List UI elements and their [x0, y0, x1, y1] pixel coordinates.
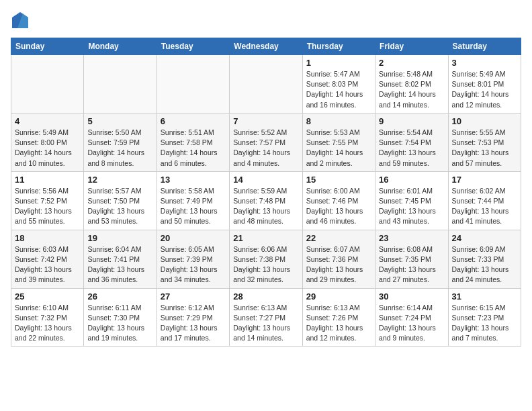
day-info: Sunrise: 6:08 AM Sunset: 7:35 PM Dayligh… — [379, 244, 444, 285]
day-of-week-header: Sunday — [11, 38, 84, 55]
day-number: 24 — [452, 233, 517, 243]
day-info: Sunrise: 6:04 AM Sunset: 7:41 PM Dayligh… — [87, 244, 152, 285]
calendar-day-cell: 2Sunrise: 5:48 AM Sunset: 8:02 PM Daylig… — [375, 55, 448, 113]
calendar-week-row: 1Sunrise: 5:47 AM Sunset: 8:03 PM Daylig… — [11, 55, 521, 113]
day-info: Sunrise: 6:15 AM Sunset: 7:23 PM Dayligh… — [452, 303, 517, 344]
calendar-day-cell — [157, 55, 229, 113]
day-number: 7 — [233, 116, 298, 126]
day-number: 11 — [15, 175, 80, 185]
day-number: 30 — [379, 291, 444, 302]
day-info: Sunrise: 6:09 AM Sunset: 7:33 PM Dayligh… — [452, 244, 517, 285]
day-info: Sunrise: 5:56 AM Sunset: 7:52 PM Dayligh… — [15, 186, 80, 227]
day-info: Sunrise: 6:03 AM Sunset: 7:42 PM Dayligh… — [15, 244, 80, 285]
day-number: 28 — [233, 291, 298, 302]
day-number: 8 — [306, 116, 371, 126]
day-number: 2 — [379, 58, 444, 68]
day-number: 18 — [15, 233, 80, 243]
calendar-week-row: 4Sunrise: 5:49 AM Sunset: 8:00 PM Daylig… — [11, 113, 521, 171]
day-of-week-header: Saturday — [448, 38, 521, 55]
day-info: Sunrise: 5:54 AM Sunset: 7:54 PM Dayligh… — [379, 128, 444, 169]
day-number: 26 — [87, 291, 152, 302]
day-info: Sunrise: 5:59 AM Sunset: 7:48 PM Dayligh… — [233, 186, 298, 227]
day-info: Sunrise: 5:49 AM Sunset: 8:00 PM Dayligh… — [15, 128, 80, 169]
day-info: Sunrise: 5:52 AM Sunset: 7:57 PM Dayligh… — [233, 128, 298, 169]
calendar-week-row: 18Sunrise: 6:03 AM Sunset: 7:42 PM Dayli… — [11, 230, 521, 288]
calendar-day-cell: 1Sunrise: 5:47 AM Sunset: 8:03 PM Daylig… — [302, 55, 375, 113]
day-number: 5 — [87, 116, 152, 126]
calendar-day-cell: 18Sunrise: 6:03 AM Sunset: 7:42 PM Dayli… — [11, 230, 84, 288]
day-info: Sunrise: 6:13 AM Sunset: 7:26 PM Dayligh… — [306, 303, 371, 344]
day-number: 29 — [306, 291, 371, 302]
calendar-day-cell: 25Sunrise: 6:10 AM Sunset: 7:32 PM Dayli… — [11, 288, 84, 347]
calendar-header-row: SundayMondayTuesdayWednesdayThursdayFrid… — [11, 38, 521, 55]
day-info: Sunrise: 5:47 AM Sunset: 8:03 PM Dayligh… — [306, 69, 371, 110]
calendar-day-cell: 10Sunrise: 5:55 AM Sunset: 7:53 PM Dayli… — [448, 113, 521, 171]
day-of-week-header: Friday — [375, 38, 448, 55]
day-number: 10 — [452, 116, 517, 126]
day-number: 19 — [87, 233, 152, 243]
day-of-week-header: Wednesday — [230, 38, 302, 55]
day-number: 13 — [161, 175, 226, 185]
day-info: Sunrise: 6:13 AM Sunset: 7:27 PM Dayligh… — [233, 303, 298, 344]
day-info: Sunrise: 6:02 AM Sunset: 7:44 PM Dayligh… — [452, 186, 517, 227]
calendar-day-cell: 5Sunrise: 5:50 AM Sunset: 7:59 PM Daylig… — [84, 113, 157, 171]
day-number: 14 — [233, 175, 298, 185]
calendar-day-cell: 31Sunrise: 6:15 AM Sunset: 7:23 PM Dayli… — [448, 288, 521, 347]
day-number: 22 — [306, 233, 371, 243]
day-number: 12 — [87, 175, 152, 185]
calendar-day-cell: 12Sunrise: 5:57 AM Sunset: 7:50 PM Dayli… — [84, 171, 157, 230]
calendar-day-cell: 21Sunrise: 6:06 AM Sunset: 7:38 PM Dayli… — [230, 230, 302, 288]
day-number: 17 — [452, 175, 517, 185]
calendar-day-cell: 4Sunrise: 5:49 AM Sunset: 8:00 PM Daylig… — [11, 113, 84, 171]
day-info: Sunrise: 5:57 AM Sunset: 7:50 PM Dayligh… — [87, 186, 152, 227]
calendar-day-cell: 29Sunrise: 6:13 AM Sunset: 7:26 PM Dayli… — [302, 288, 375, 347]
day-info: Sunrise: 5:55 AM Sunset: 7:53 PM Dayligh… — [452, 128, 517, 169]
day-number: 6 — [161, 116, 226, 126]
day-number: 21 — [233, 233, 298, 243]
day-number: 9 — [379, 116, 444, 126]
calendar-day-cell: 11Sunrise: 5:56 AM Sunset: 7:52 PM Dayli… — [11, 171, 84, 230]
calendar-day-cell: 26Sunrise: 6:11 AM Sunset: 7:30 PM Dayli… — [84, 288, 157, 347]
calendar-day-cell: 23Sunrise: 6:08 AM Sunset: 7:35 PM Dayli… — [375, 230, 448, 288]
day-number: 23 — [379, 233, 444, 243]
day-info: Sunrise: 6:05 AM Sunset: 7:39 PM Dayligh… — [161, 244, 226, 285]
calendar-day-cell: 22Sunrise: 6:07 AM Sunset: 7:36 PM Dayli… — [302, 230, 375, 288]
day-number: 15 — [306, 175, 371, 185]
day-info: Sunrise: 5:48 AM Sunset: 8:02 PM Dayligh… — [379, 69, 444, 110]
day-of-week-header: Tuesday — [157, 38, 229, 55]
day-of-week-header: Thursday — [302, 38, 375, 55]
calendar-week-row: 25Sunrise: 6:10 AM Sunset: 7:32 PM Dayli… — [11, 288, 521, 347]
calendar-day-cell: 28Sunrise: 6:13 AM Sunset: 7:27 PM Dayli… — [230, 288, 302, 347]
logo — [11, 11, 32, 30]
day-info: Sunrise: 6:14 AM Sunset: 7:24 PM Dayligh… — [379, 303, 444, 344]
day-number: 16 — [379, 175, 444, 185]
calendar-day-cell: 9Sunrise: 5:54 AM Sunset: 7:54 PM Daylig… — [375, 113, 448, 171]
calendar-day-cell: 15Sunrise: 6:00 AM Sunset: 7:46 PM Dayli… — [302, 171, 375, 230]
calendar-week-row: 11Sunrise: 5:56 AM Sunset: 7:52 PM Dayli… — [11, 171, 521, 230]
calendar-day-cell: 27Sunrise: 6:12 AM Sunset: 7:29 PM Dayli… — [157, 288, 229, 347]
day-number: 1 — [306, 58, 371, 68]
day-info: Sunrise: 6:07 AM Sunset: 7:36 PM Dayligh… — [306, 244, 371, 285]
calendar-day-cell: 24Sunrise: 6:09 AM Sunset: 7:33 PM Dayli… — [448, 230, 521, 288]
calendar-day-cell: 14Sunrise: 5:59 AM Sunset: 7:48 PM Dayli… — [230, 171, 302, 230]
day-info: Sunrise: 6:11 AM Sunset: 7:30 PM Dayligh… — [87, 303, 152, 344]
calendar-day-cell: 30Sunrise: 6:14 AM Sunset: 7:24 PM Dayli… — [375, 288, 448, 347]
day-info: Sunrise: 6:00 AM Sunset: 7:46 PM Dayligh… — [306, 186, 371, 227]
day-number: 3 — [452, 58, 517, 68]
day-info: Sunrise: 5:51 AM Sunset: 7:58 PM Dayligh… — [161, 128, 226, 169]
calendar-day-cell — [11, 55, 84, 113]
calendar-day-cell — [84, 55, 157, 113]
day-number: 31 — [452, 291, 517, 302]
page-header — [11, 11, 521, 30]
calendar-day-cell: 19Sunrise: 6:04 AM Sunset: 7:41 PM Dayli… — [84, 230, 157, 288]
day-info: Sunrise: 6:01 AM Sunset: 7:45 PM Dayligh… — [379, 186, 444, 227]
day-info: Sunrise: 5:50 AM Sunset: 7:59 PM Dayligh… — [87, 128, 152, 169]
calendar-table: SundayMondayTuesdayWednesdayThursdayFrid… — [11, 38, 521, 347]
day-info: Sunrise: 5:58 AM Sunset: 7:49 PM Dayligh… — [161, 186, 226, 227]
calendar-day-cell: 6Sunrise: 5:51 AM Sunset: 7:58 PM Daylig… — [157, 113, 229, 171]
day-number: 25 — [15, 291, 80, 302]
day-info: Sunrise: 5:49 AM Sunset: 8:01 PM Dayligh… — [452, 69, 517, 110]
calendar-day-cell: 13Sunrise: 5:58 AM Sunset: 7:49 PM Dayli… — [157, 171, 229, 230]
day-of-week-header: Monday — [84, 38, 157, 55]
calendar-day-cell: 3Sunrise: 5:49 AM Sunset: 8:01 PM Daylig… — [448, 55, 521, 113]
